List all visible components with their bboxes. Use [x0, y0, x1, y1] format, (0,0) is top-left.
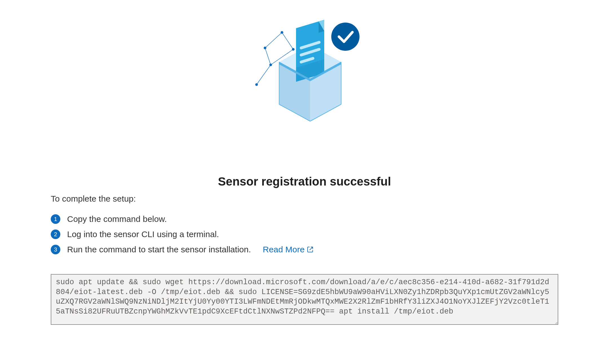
- setup-instructions: To complete the setup: 1 Copy the comman…: [51, 194, 558, 326]
- svg-point-7: [264, 47, 266, 49]
- step-3-text: Run the command to start the sensor inst…: [67, 245, 251, 254]
- step-3-bullet: 3: [51, 245, 60, 254]
- svg-point-6: [270, 64, 272, 66]
- step-3: 3 Run the command to start the sensor in…: [51, 245, 558, 254]
- step-1-bullet: 1: [51, 214, 60, 224]
- svg-line-0: [257, 65, 271, 85]
- step-2-bullet: 2: [51, 230, 60, 239]
- step-1-text: Copy the command below.: [67, 214, 167, 224]
- open-in-new-icon: [307, 246, 314, 253]
- success-illustration: [245, 17, 364, 141]
- step-1: 1 Copy the command below.: [51, 214, 558, 224]
- svg-point-5: [255, 83, 258, 86]
- svg-line-3: [282, 32, 293, 49]
- page-title: Sensor registration successful: [218, 175, 391, 188]
- svg-point-9: [292, 48, 294, 50]
- svg-point-8: [281, 31, 283, 34]
- read-more-link[interactable]: Read More: [263, 245, 314, 254]
- svg-point-29: [331, 23, 359, 51]
- svg-line-2: [265, 32, 282, 48]
- steps-list: 1 Copy the command below. 2 Log into the…: [51, 214, 558, 254]
- setup-subtitle: To complete the setup:: [51, 194, 558, 204]
- step-2: 2 Log into the sensor CLI using a termin…: [51, 230, 558, 239]
- registration-success-panel: Sensor registration successful To comple…: [0, 17, 609, 326]
- install-command-textarea[interactable]: [51, 274, 558, 325]
- step-2-text: Log into the sensor CLI using a terminal…: [67, 230, 219, 239]
- read-more-label: Read More: [263, 245, 304, 254]
- svg-line-1: [265, 48, 271, 65]
